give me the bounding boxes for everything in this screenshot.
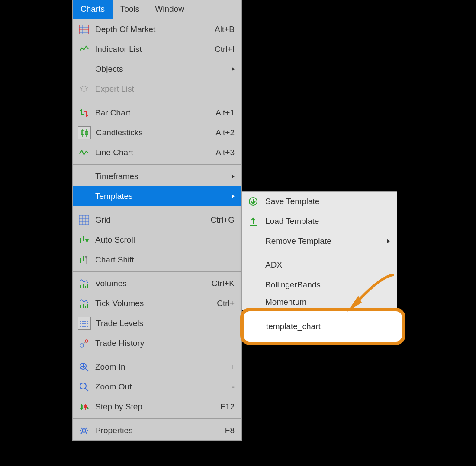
zoom-in-icon: [78, 361, 90, 373]
menu-templates[interactable]: Templates: [73, 186, 241, 206]
submenu-arrow-icon: [232, 194, 235, 198]
svg-line-45: [85, 368, 88, 371]
menu-label: Depth Of Market: [95, 25, 211, 34]
menu-step-by-step[interactable]: Step by Step F12: [73, 397, 241, 417]
menu-line-chart[interactable]: Line Chart Alt+3: [73, 143, 241, 163]
menu-zoom-in[interactable]: Zoom In +: [73, 357, 241, 377]
menubar-charts[interactable]: Charts: [73, 0, 113, 19]
callout-highlight: template_chart: [240, 308, 405, 345]
menu-label: Templates: [95, 192, 228, 201]
menu-shortcut: +: [230, 362, 235, 372]
svg-marker-25: [85, 239, 89, 243]
menu-label: Tick Volumes: [95, 299, 213, 308]
indicator-list-icon: [78, 43, 90, 55]
submenu-label: Remove Template: [265, 236, 383, 246]
spacer-icon: [78, 190, 90, 202]
menu-label: Expert List: [95, 84, 235, 94]
menu-volumes[interactable]: Volumes Ctrl+K: [73, 274, 241, 294]
submenu-label: Load Template: [265, 217, 390, 226]
submenu-remove-template[interactable]: Remove Template: [242, 231, 397, 251]
svg-rect-0: [79, 25, 89, 34]
menubar-tools[interactable]: Tools: [113, 0, 147, 19]
menu-bar-chart[interactable]: Bar Chart Alt+1: [73, 103, 241, 123]
menubar: Charts Tools Window: [72, 0, 242, 19]
menu-zoom-out[interactable]: Zoom Out -: [73, 377, 241, 397]
menu-trade-history[interactable]: Trade History: [73, 333, 241, 353]
menu-trade-levels[interactable]: Trade Levels: [73, 313, 241, 333]
spacer-icon: [247, 296, 259, 308]
submenu-template-adx[interactable]: ADX: [242, 255, 397, 275]
svg-line-62: [86, 432, 87, 434]
step-by-step-icon: [78, 401, 90, 413]
menu-label: Candlesticks: [96, 128, 212, 137]
volumes-icon: [78, 278, 90, 290]
spacer-icon: [247, 235, 259, 247]
charts-dropdown: Depth Of Market Alt+B Indicator List Ctr…: [72, 19, 242, 441]
menu-separator: [73, 418, 241, 419]
submenu-save-template[interactable]: Save Template: [242, 192, 397, 211]
menu-tick-volumes[interactable]: Tick Volumes Ctrl+: [73, 294, 241, 313]
menu-depth-of-market[interactable]: Depth Of Market Alt+B: [73, 19, 241, 39]
submenu-label: Save Template: [265, 197, 390, 206]
tick-volumes-icon: [78, 297, 90, 310]
spacer-icon: [247, 259, 259, 271]
candlesticks-icon: [78, 126, 91, 139]
menu-indicator-list[interactable]: Indicator List Ctrl+I: [73, 39, 241, 59]
submenu-arrow-icon: [387, 239, 390, 243]
depth-of-market-icon: [78, 23, 90, 35]
menu-label: Properties: [95, 426, 222, 435]
spacer-icon: [78, 63, 90, 75]
line-chart-icon: [78, 147, 90, 159]
submenu-label: Momentum: [265, 297, 390, 307]
menu-label: Indicator List: [95, 45, 211, 54]
submenu-load-template[interactable]: Load Template: [242, 211, 397, 231]
submenu-label: BollingerBands: [265, 280, 390, 290]
gear-icon: [78, 425, 90, 437]
menu-auto-scroll[interactable]: Auto Scroll: [73, 230, 241, 250]
menu-shortcut: Ctrl+K: [212, 279, 235, 288]
menu-objects[interactable]: Objects: [73, 59, 241, 79]
menu-label: Bar Chart: [95, 108, 212, 118]
svg-line-43: [83, 342, 86, 344]
menu-separator: [73, 355, 241, 355]
menu-label: Volumes: [95, 279, 208, 288]
menu-label: Trade History: [95, 338, 235, 348]
spacer-icon: [247, 279, 259, 291]
submenu-template-bollinger[interactable]: BollingerBands: [242, 275, 397, 295]
menu-label: Timeframes: [95, 172, 228, 181]
submenu-template-chart[interactable]: template_chart: [266, 322, 402, 331]
menu-label: Objects: [95, 64, 228, 74]
submenu-arrow-icon: [232, 174, 235, 179]
expert-list-icon: [78, 83, 90, 95]
menu-label: Grid: [95, 215, 207, 225]
auto-scroll-icon: [78, 234, 90, 246]
zoom-out-icon: [78, 381, 90, 393]
menu-candlesticks[interactable]: Candlesticks Alt+2: [73, 123, 241, 143]
svg-line-61: [81, 428, 82, 429]
menu-properties[interactable]: Properties F8: [73, 421, 241, 440]
submenu-template-momentum[interactable]: Momentum: [242, 295, 397, 310]
svg-line-63: [86, 428, 87, 429]
menubar-window[interactable]: Window: [147, 0, 192, 19]
menu-shortcut: Alt+1: [215, 108, 235, 118]
submenu-label: ADX: [265, 260, 390, 270]
menu-label: Zoom Out: [95, 382, 228, 392]
menu-label: Line Chart: [95, 148, 212, 157]
svg-line-64: [81, 432, 82, 434]
menu-shortcut: Ctrl+: [217, 299, 235, 308]
menu-chart-shift[interactable]: Chart Shift: [73, 250, 241, 270]
svg-rect-54: [84, 405, 87, 408]
save-template-icon: [247, 195, 259, 207]
trade-levels-icon: [78, 317, 91, 330]
menu-shortcut: F12: [220, 402, 235, 412]
menu-timeframes[interactable]: Timeframes: [73, 166, 241, 186]
bar-chart-icon: [78, 107, 90, 119]
menu-label: Chart Shift: [95, 255, 235, 265]
submenu-arrow-icon: [232, 67, 235, 71]
menu-label: Auto Scroll: [95, 235, 235, 245]
menu-grid[interactable]: Grid Ctrl+G: [73, 210, 241, 230]
menu-shortcut: Ctrl+I: [215, 45, 235, 54]
menu-shortcut: -: [232, 382, 235, 392]
submenu-separator: [242, 253, 397, 253]
svg-line-49: [85, 388, 88, 391]
